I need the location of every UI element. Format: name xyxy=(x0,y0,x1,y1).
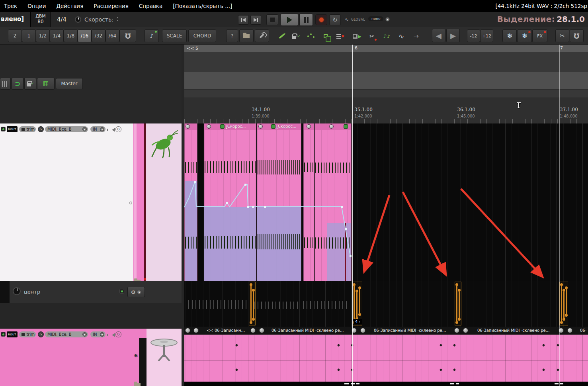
note-insert-button[interactable]: ♪ xyxy=(145,29,159,42)
edit-cursor-line[interactable] xyxy=(352,45,353,386)
repeat-button[interactable]: ↻ xyxy=(329,14,341,25)
midi-item[interactable] xyxy=(303,123,314,281)
track5-trim-button[interactable]: trim xyxy=(19,126,36,132)
item-name[interactable]: 06-Записанный MIDI -склеено ре... xyxy=(477,328,549,333)
menu-options[interactable]: Опции xyxy=(27,3,46,9)
transpose-up-button[interactable]: +12 xyxy=(480,29,493,42)
velocity-badge-icon[interactable] xyxy=(344,124,348,129)
marker-6[interactable]: 6 xyxy=(355,45,357,51)
velocity-badge-icon[interactable] xyxy=(220,124,225,129)
panel-grid-button[interactable] xyxy=(37,78,55,90)
item-button-icon[interactable] xyxy=(360,328,365,333)
item-button-icon[interactable] xyxy=(463,328,468,333)
master-track-button[interactable]: Master xyxy=(56,78,83,89)
menu-track[interactable]: Трек xyxy=(4,3,17,9)
marker-7[interactable]: 7 xyxy=(560,45,563,51)
tool-lfo-button[interactable]: ∿ xyxy=(395,30,408,42)
help-button[interactable]: ? xyxy=(226,29,238,42)
midi-mini-item[interactable] xyxy=(249,282,256,325)
tool-move-grid-button[interactable]: ▶ xyxy=(350,30,364,42)
nav-right-button[interactable]: ▶ xyxy=(446,29,460,42)
track6-fader-strip[interactable] xyxy=(139,338,147,386)
snap-toggle-button[interactable]: Ω xyxy=(119,29,136,42)
envelope-power-button[interactable] xyxy=(119,289,124,294)
panel-loop-button[interactable]: ⊃ xyxy=(12,78,23,90)
midi-mini-item[interactable] xyxy=(559,282,568,325)
region-bar[interactable]: << 5 6 7 xyxy=(184,45,588,52)
item-button-icon[interactable] xyxy=(186,124,190,129)
track6-folder-icon[interactable] xyxy=(134,383,141,386)
track5-route-button[interactable]: ROUT xyxy=(7,126,18,132)
grid-half-button[interactable]: 1/2 xyxy=(36,29,50,42)
item-name[interactable]: 06-Записанный MIDI -склеено ре... xyxy=(272,328,344,333)
grid-2-button[interactable]: 2 xyxy=(8,29,22,42)
tool-erase-button[interactable]: ✖ xyxy=(334,30,347,42)
tool-draw-button[interactable] xyxy=(275,30,288,42)
scale-button[interactable]: SCALE xyxy=(162,29,187,42)
item-header[interactable] xyxy=(185,123,197,130)
midi-item[interactable] xyxy=(315,123,352,281)
rate-knob[interactable] xyxy=(75,16,81,23)
track5-volume-fader[interactable] xyxy=(133,123,144,281)
menu-actions[interactable]: Действия xyxy=(56,3,83,9)
item-header[interactable] xyxy=(315,123,351,130)
envelope-control-row[interactable]: центр ⚙ ▼ xyxy=(0,281,182,303)
track6-trim-button[interactable]: trim xyxy=(19,331,36,337)
track6-panel[interactable]: ROUT trim fx MIDI: Все: В ▼ IN ▼ ↻ 6 xyxy=(0,329,182,386)
nav-left-button[interactable]: ◀ xyxy=(432,29,445,42)
bpm-display[interactable]: ДВМ 80 xyxy=(30,12,51,27)
item-label-row[interactable]: << 06-Записанн... 06-Записанный MIDI -ск… xyxy=(184,327,588,335)
item-button-icon[interactable] xyxy=(307,124,311,129)
stop-button[interactable] xyxy=(266,14,278,25)
midi-item[interactable]: [Скорос... xyxy=(204,123,256,281)
track5-fx-button[interactable]: fx xyxy=(38,126,44,132)
unfreeze-button[interactable]: ❄ ✖ xyxy=(517,29,532,42)
tool-velocity-button[interactable] xyxy=(304,30,318,42)
menu-extensions[interactable]: Расширения xyxy=(94,3,129,9)
item-header[interactable] xyxy=(304,123,314,130)
panel-lines-button[interactable] xyxy=(0,78,11,90)
track6-input-pill[interactable]: IN ▼ xyxy=(90,331,105,337)
transpose-down-button[interactable]: -12 xyxy=(467,29,480,42)
item-name[interactable]: 06-Записанный MIDI -склеено ре... xyxy=(374,328,446,333)
item-header[interactable]: [Скорос... xyxy=(257,123,301,130)
item-button-icon[interactable] xyxy=(185,328,190,333)
velocity-badge-icon[interactable] xyxy=(271,124,275,129)
global-dropdown[interactable]: ▼ xyxy=(385,17,390,22)
tool-split-button[interactable]: ✂ xyxy=(365,30,379,42)
pan-knob[interactable] xyxy=(13,287,21,295)
grid-sixtyfourth-button[interactable]: /64 xyxy=(105,29,119,42)
dropdown-icon[interactable]: ▼ xyxy=(100,332,104,337)
track6-power-button[interactable] xyxy=(1,332,6,337)
track5-power-button[interactable] xyxy=(1,127,6,131)
tool-lock-button[interactable]: ✓ xyxy=(289,30,303,42)
envelope-settings-button[interactable]: ⚙ ▼ xyxy=(127,287,145,297)
go-to-end-button[interactable] xyxy=(250,15,261,25)
global-value[interactable]: none xyxy=(368,16,383,21)
grid-quarter-button[interactable]: 1/4 xyxy=(50,29,64,42)
track6-fx-button[interactable]: fx xyxy=(38,331,44,337)
monitor-speaker-icon[interactable] xyxy=(112,333,115,337)
midi-item[interactable] xyxy=(184,123,197,281)
dropdown-icon[interactable]: ▼ xyxy=(82,332,87,337)
item-button-icon[interactable] xyxy=(259,328,264,333)
item-button-icon[interactable] xyxy=(454,328,459,333)
menu-help[interactable]: Справка xyxy=(139,3,162,9)
region-marker-5[interactable]: << 5 xyxy=(187,46,198,51)
midi-item[interactable]: [Скорос... xyxy=(257,123,301,281)
record-arm-circle[interactable] xyxy=(129,202,132,204)
item-button-icon[interactable] xyxy=(250,328,256,333)
midi-mini-lane[interactable]: 4 : xyxy=(184,281,588,327)
track5-lane[interactable]: [Скорос... [Скорос... xyxy=(184,123,588,281)
panel-lock-button[interactable]: ✓ xyxy=(24,78,36,90)
track6-loop-button[interactable]: ↻ xyxy=(115,331,121,337)
dropdown-icon[interactable]: ▼ xyxy=(137,290,141,294)
snap-button-2[interactable]: Ω xyxy=(570,29,584,42)
track6-lane[interactable] xyxy=(184,335,588,382)
region-band[interactable] xyxy=(184,72,588,90)
grid-sixteenth-button[interactable]: /16 xyxy=(78,29,92,42)
record-button[interactable] xyxy=(315,14,327,25)
marker-line[interactable] xyxy=(559,45,560,386)
timeline-ruler-zone[interactable]: << 5 6 7 34.1.00 1:39.000 35.1.00 1:42.0… xyxy=(184,45,588,123)
cut-button[interactable]: ✂ xyxy=(555,29,569,42)
